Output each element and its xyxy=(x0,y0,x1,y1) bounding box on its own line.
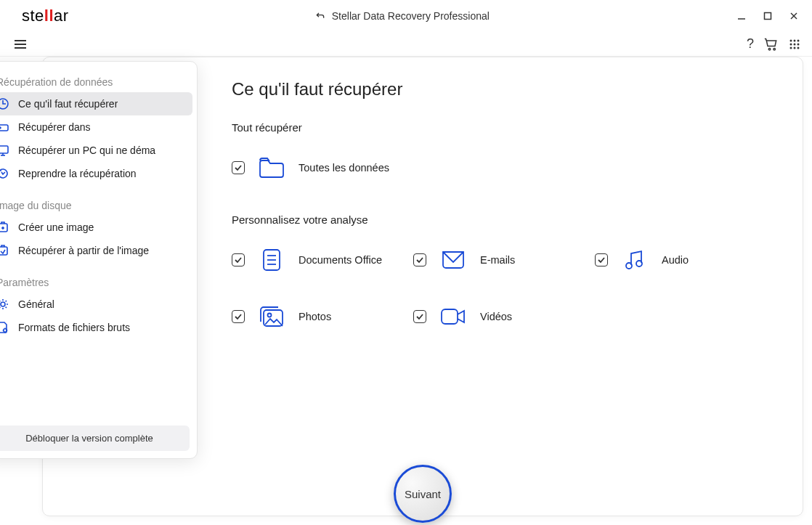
audio-label: Audio xyxy=(662,254,689,266)
svg-point-9 xyxy=(790,39,792,41)
drive-icon xyxy=(0,121,9,134)
settings-section-title: Paramètres xyxy=(0,271,197,293)
next-button-label: Suivant xyxy=(405,488,441,500)
sidebar-item-recover-image[interactable]: Récupérer à partir de l'image xyxy=(0,239,197,262)
option-documents: Documents Office xyxy=(232,246,413,274)
all-data-label: Toutes les données xyxy=(299,162,389,174)
monitor-icon xyxy=(0,144,9,157)
minimize-button[interactable] xyxy=(735,9,748,23)
svg-point-16 xyxy=(794,46,796,49)
resume-icon xyxy=(0,167,9,180)
option-videos: Vidéos xyxy=(413,303,595,330)
video-icon xyxy=(439,303,467,330)
audio-checkbox[interactable] xyxy=(595,253,608,266)
sidebar-item-label: Général xyxy=(18,298,54,310)
sidebar-item-label: Créer une image xyxy=(18,221,94,233)
all-data-checkbox[interactable] xyxy=(232,161,245,174)
documents-label: Documents Office xyxy=(299,254,382,266)
disk-image-section-title: Image du disque xyxy=(0,194,197,216)
videos-label: Vidéos xyxy=(480,311,512,322)
svg-point-25 xyxy=(268,314,272,317)
sidebar-item-what-to-recover[interactable]: Ce qu'il faut récupérer xyxy=(0,92,192,115)
unlock-button[interactable]: Débloquer la version complète xyxy=(0,426,190,451)
svg-point-14 xyxy=(797,43,800,45)
svg-point-7 xyxy=(768,48,771,50)
email-icon xyxy=(439,246,467,274)
svg-point-10 xyxy=(794,39,796,41)
title-bar: stellar Stellar Data Recovery Profession… xyxy=(0,0,812,32)
svg-point-15 xyxy=(790,46,792,49)
custom-heading: Personnalisez votre analyse xyxy=(232,213,803,226)
svg-point-13 xyxy=(794,43,796,45)
apps-icon[interactable] xyxy=(789,38,800,50)
svg-point-29 xyxy=(0,127,1,129)
sidebar-item-recover-pc[interactable]: Récupérer un PC qui ne déma xyxy=(0,139,197,162)
gear-icon xyxy=(0,298,9,311)
svg-point-17 xyxy=(797,46,800,49)
maximize-button[interactable] xyxy=(761,9,774,23)
document-icon xyxy=(258,246,285,274)
help-icon[interactable]: ? xyxy=(747,36,754,52)
target-icon xyxy=(0,97,9,110)
sidebar-item-resume[interactable]: Reprendre la récupération xyxy=(0,162,197,185)
svg-rect-30 xyxy=(0,146,8,153)
option-emails: E-mails xyxy=(413,246,595,274)
photos-checkbox[interactable] xyxy=(232,310,245,323)
svg-point-23 xyxy=(636,261,642,266)
videos-checkbox[interactable] xyxy=(413,310,426,323)
recovery-section-title: Récupération de données xyxy=(0,70,197,92)
sidebar-item-label: Récupérer un PC qui ne déma xyxy=(18,145,155,156)
recover-image-icon xyxy=(0,244,9,257)
sidebar: Récupération de données Ce qu'il faut ré… xyxy=(0,61,198,459)
next-button[interactable]: Suivant xyxy=(394,465,452,523)
folder-icon xyxy=(258,154,285,182)
option-audio: Audio xyxy=(595,246,776,274)
documents-checkbox[interactable] xyxy=(232,253,245,266)
svg-point-37 xyxy=(1,302,5,306)
recover-all-row: Toutes les données xyxy=(232,154,803,182)
file-cog-icon xyxy=(0,321,9,334)
sidebar-item-recover-from[interactable]: Récupérer dans xyxy=(0,115,197,139)
sidebar-item-label: Formats de fichiers bruts xyxy=(18,322,130,333)
page-title: Ce qu'il faut récupérer xyxy=(232,79,803,99)
menu-button[interactable] xyxy=(9,36,32,53)
close-button[interactable] xyxy=(787,9,800,23)
photos-icon xyxy=(258,303,285,330)
sidebar-item-create-image[interactable]: Créer une image xyxy=(0,216,197,239)
photos-label: Photos xyxy=(299,311,331,322)
svg-point-11 xyxy=(797,39,800,41)
option-photos: Photos xyxy=(232,303,413,330)
unlock-button-label: Débloquer la version complète xyxy=(25,433,153,444)
emails-label: E-mails xyxy=(480,254,515,266)
audio-icon xyxy=(621,246,649,274)
sidebar-item-raw-formats[interactable]: Formats de fichiers bruts xyxy=(0,316,197,339)
sidebar-item-label: Récupérer à partir de l'image xyxy=(18,245,149,256)
svg-point-22 xyxy=(626,263,632,269)
emails-checkbox[interactable] xyxy=(413,253,426,266)
sidebar-item-label: Ce qu'il faut récupérer xyxy=(18,98,118,110)
recover-all-heading: Tout récupérer xyxy=(232,121,803,134)
svg-point-8 xyxy=(774,48,776,50)
svg-rect-1 xyxy=(765,12,771,19)
create-image-icon xyxy=(0,221,9,234)
toolbar: ? xyxy=(0,32,812,57)
cart-icon[interactable] xyxy=(764,37,779,52)
svg-rect-26 xyxy=(442,309,458,324)
svg-point-12 xyxy=(790,43,792,45)
sidebar-item-general[interactable]: Général xyxy=(0,293,197,316)
back-icon[interactable] xyxy=(314,10,326,22)
sidebar-item-label: Reprendre la récupération xyxy=(18,168,137,179)
app-logo: stellar xyxy=(22,7,69,25)
sidebar-item-label: Récupérer dans xyxy=(18,121,91,133)
window-title: Stellar Data Recovery Professional xyxy=(332,10,490,22)
svg-point-38 xyxy=(4,329,7,332)
